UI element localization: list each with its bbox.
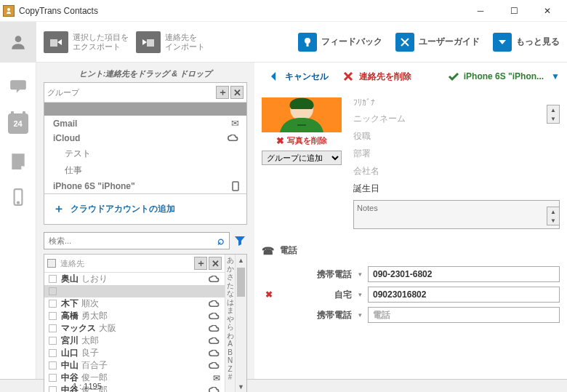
cloud-icon (209, 276, 220, 283)
sidebar-tab-notes[interactable] (9, 151, 28, 170)
groups-label: グループ (47, 87, 214, 98)
group-row[interactable]: 仕事 (44, 162, 246, 179)
field-department[interactable]: 部署 (353, 148, 560, 161)
device-picker[interactable]: iPhone 6S "iPhon... ▼ (448, 71, 560, 82)
phone-input[interactable] (368, 287, 560, 303)
row-checkbox[interactable] (49, 287, 57, 295)
row-checkbox[interactable] (49, 300, 57, 308)
row-checkbox[interactable] (49, 361, 57, 369)
field-company[interactable]: 会社名 (353, 165, 560, 178)
sidebar-tab-contacts[interactable] (0, 22, 36, 63)
delete-photo-button[interactable]: ✖ 写真を削除 (276, 135, 327, 146)
status-count: 1 : 1195 (73, 382, 102, 391)
phone-icon (232, 181, 239, 191)
contacts-label: 連絡先 (60, 258, 193, 269)
contact-row[interactable]: 中谷俊一郎✉ (44, 372, 225, 384)
status-bar: 1 : 1195 (0, 379, 567, 392)
svg-rect-1 (307, 43, 309, 47)
row-checkbox[interactable] (49, 324, 57, 332)
maximize-button[interactable]: ☐ (497, 0, 531, 22)
delete-contact-button[interactable]: 連絡先を削除 (342, 70, 411, 83)
add-group-button[interactable]: ＋ (216, 86, 229, 99)
sidebar-tab-calendar[interactable]: 24 (8, 113, 28, 134)
contact-row[interactable]: 奥山しおり (44, 273, 225, 285)
contact-row[interactable] (44, 285, 225, 297)
contact-row[interactable]: 中谷俊一郎 (44, 384, 225, 392)
add-contact-button[interactable]: ＋ (194, 257, 207, 270)
cloud-icon (209, 300, 220, 308)
group-row[interactable]: テスト (44, 145, 246, 162)
field-reading[interactable]: ﾌﾘｶﾞﾅ (353, 97, 560, 108)
close-button[interactable]: ✕ (531, 0, 564, 22)
add-to-group-select[interactable]: グループに追加 (262, 151, 342, 165)
cloud-icon (209, 362, 220, 369)
remove-group-button[interactable]: ✕ (230, 86, 244, 99)
search-input[interactable] (49, 236, 217, 245)
mail-icon: ✉ (231, 118, 239, 129)
phone-input[interactable] (368, 266, 560, 282)
select-all-checkbox[interactable] (47, 259, 56, 268)
row-checkbox[interactable] (49, 386, 57, 392)
row-checkbox[interactable] (49, 349, 57, 357)
phone-row: 携帯電話▾ (262, 264, 560, 284)
groups-panel: グループ ＋ ✕ Gmail✉iCloudテスト仕事iPhone 6S "iPh… (44, 82, 247, 225)
contact-avatar[interactable] (262, 97, 342, 132)
row-checkbox[interactable] (49, 275, 57, 283)
cloud-icon (228, 135, 239, 142)
filter-button[interactable] (233, 232, 247, 249)
remove-contact-button[interactable]: ✕ (209, 257, 222, 270)
app-icon (3, 5, 15, 17)
contact-row[interactable]: 中山百合子 (44, 359, 225, 372)
groups-all-row[interactable] (44, 103, 246, 116)
hint-text: ヒント:連絡先をドラッグ & ドロップ (44, 68, 247, 79)
contact-row[interactable]: 宮川太郎 (44, 335, 225, 347)
cloud-icon (209, 387, 220, 393)
contact-row[interactable]: 木下順次 (44, 297, 225, 310)
export-button[interactable]: 選択した項目をエクスポート (44, 31, 129, 53)
phone-icon: ☎ (262, 245, 274, 257)
phone-type[interactable]: 携帯電話 (279, 268, 352, 281)
contact-row[interactable]: 高橋勇太郎 (44, 310, 225, 322)
userguide-button[interactable]: ユーザーガイド (395, 33, 480, 52)
contact-row[interactable]: 山口良子 (44, 347, 225, 359)
field-nickname[interactable]: ニックネーム (353, 113, 560, 126)
alpha-index[interactable]: あかさたなはまやらわABNZ# (225, 255, 235, 392)
group-row[interactable]: iCloud (44, 131, 246, 145)
phone-type[interactable]: 自宅 (279, 289, 352, 301)
cloud-icon (209, 325, 220, 332)
add-cloud-account[interactable]: ＋ クラウドアカウントの追加 (44, 193, 246, 224)
minimize-button[interactable]: ─ (464, 0, 497, 22)
chevron-down-icon[interactable]: ▾ (355, 291, 365, 298)
phone-input[interactable] (368, 307, 560, 323)
contact-row[interactable]: マックス大阪 (44, 322, 225, 335)
more-button[interactable]: もっと見る (493, 33, 560, 52)
sidebar-tab-device[interactable] (9, 188, 28, 207)
scroll-spinner-top[interactable]: ▲▼ (547, 105, 560, 124)
group-row[interactable]: iPhone 6S "iPhone" (44, 179, 246, 193)
cancel-button[interactable]: キャンセル (268, 70, 329, 83)
delete-phone-button[interactable]: ✖ (262, 289, 276, 300)
chevron-down-icon[interactable]: ▾ (355, 311, 365, 319)
search-box[interactable]: ⌕ (44, 232, 230, 249)
field-title[interactable]: 役職 (353, 130, 560, 143)
svg-point-0 (305, 38, 310, 44)
sidebar-tab-messages[interactable] (9, 77, 28, 96)
notes-spinner[interactable]: ▲▼ (547, 207, 560, 225)
field-birthday[interactable]: 誕生日 (353, 183, 560, 196)
row-checkbox[interactable] (49, 312, 57, 320)
feedback-button[interactable]: フィードバック (298, 33, 382, 52)
phone-row: ✖自宅▾ (262, 284, 560, 305)
chevron-down-icon[interactable]: ▾ (355, 271, 365, 278)
row-checkbox[interactable] (49, 374, 57, 382)
cloud-icon (209, 337, 220, 345)
group-row[interactable]: Gmail✉ (44, 116, 246, 131)
search-icon[interactable]: ⌕ (217, 234, 225, 247)
row-checkbox[interactable] (49, 337, 57, 345)
phone-type[interactable]: 携帯電話 (279, 309, 352, 321)
app-title: CopyTrans Contacts (19, 6, 98, 16)
mail-icon: ✉ (213, 373, 220, 383)
contacts-scrollbar[interactable]: ▲ ▼ (235, 255, 246, 392)
cloud-icon (209, 350, 220, 357)
notes-field[interactable] (353, 200, 560, 229)
import-button[interactable]: 連絡先をインポート (136, 31, 205, 53)
